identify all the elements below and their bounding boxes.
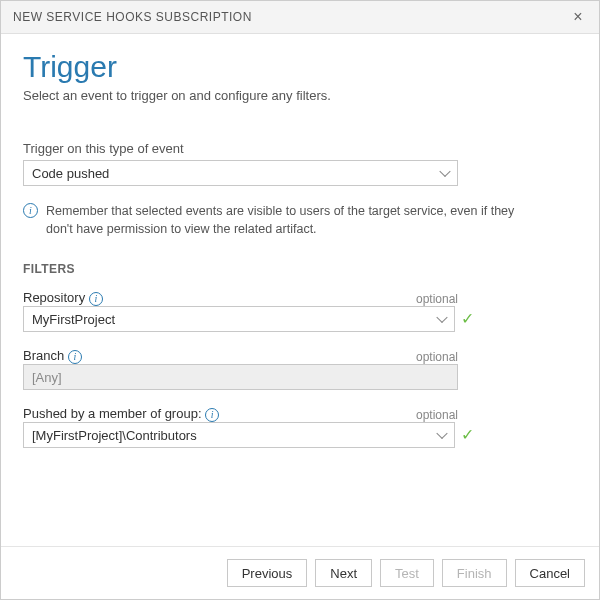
group-label: Pushed by a member of group: xyxy=(23,406,202,421)
info-icon[interactable]: i xyxy=(205,408,219,422)
info-callout: i Remember that selected events are visi… xyxy=(23,202,577,238)
filters-heading: FILTERS xyxy=(23,262,577,276)
branch-label: Branch xyxy=(23,348,64,363)
titlebar: NEW SERVICE HOOKS SUBSCRIPTION × xyxy=(1,1,599,34)
next-button[interactable]: Next xyxy=(315,559,372,587)
optional-label: optional xyxy=(416,350,458,364)
dialog-window: NEW SERVICE HOOKS SUBSCRIPTION × Trigger… xyxy=(0,0,600,600)
event-field: Trigger on this type of event Code pushe… xyxy=(23,141,577,186)
branch-field: Branch i optional [Any] xyxy=(23,348,577,390)
dialog-content: Trigger Select an event to trigger on an… xyxy=(1,34,599,546)
check-icon: ✓ xyxy=(461,427,474,443)
event-label: Trigger on this type of event xyxy=(23,141,184,156)
cancel-button[interactable]: Cancel xyxy=(515,559,585,587)
check-icon: ✓ xyxy=(461,311,474,327)
repository-field: Repository i optional MyFirstProject ✓ xyxy=(23,290,577,332)
repository-select[interactable]: MyFirstProject xyxy=(23,306,455,332)
optional-label: optional xyxy=(416,408,458,422)
repository-label: Repository xyxy=(23,290,85,305)
info-icon[interactable]: i xyxy=(89,292,103,306)
optional-label: optional xyxy=(416,292,458,306)
event-select[interactable]: Code pushed xyxy=(23,160,458,186)
previous-button[interactable]: Previous xyxy=(227,559,308,587)
info-callout-text: Remember that selected events are visibl… xyxy=(46,202,517,238)
dialog-title: NEW SERVICE HOOKS SUBSCRIPTION xyxy=(13,10,252,24)
repository-select-value: MyFirstProject xyxy=(32,312,115,327)
branch-select: [Any] xyxy=(23,364,458,390)
info-icon[interactable]: i xyxy=(68,350,82,364)
branch-select-value: [Any] xyxy=(32,370,62,385)
info-icon: i xyxy=(23,203,38,218)
page-title: Trigger xyxy=(23,50,577,84)
test-button: Test xyxy=(380,559,434,587)
group-field: Pushed by a member of group: i optional … xyxy=(23,406,577,448)
group-select[interactable]: [MyFirstProject]\Contributors xyxy=(23,422,455,448)
finish-button: Finish xyxy=(442,559,507,587)
dialog-footer: Previous Next Test Finish Cancel xyxy=(1,546,599,599)
event-select-value: Code pushed xyxy=(32,166,109,181)
group-select-value: [MyFirstProject]\Contributors xyxy=(32,428,197,443)
close-icon[interactable]: × xyxy=(569,9,587,25)
page-subtitle: Select an event to trigger on and config… xyxy=(23,88,577,103)
